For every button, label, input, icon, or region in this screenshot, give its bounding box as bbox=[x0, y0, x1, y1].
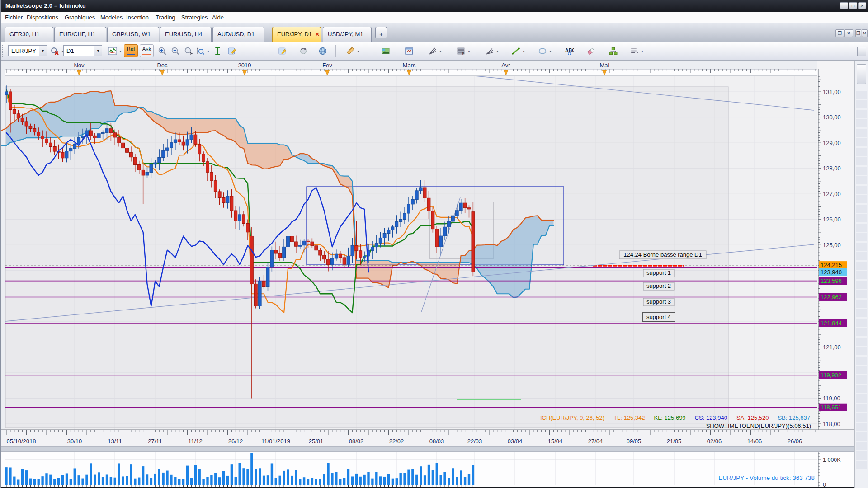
tab-gbp-usd-w1[interactable]: GBP/USD, W1 bbox=[107, 27, 159, 42]
volume-bar bbox=[327, 463, 329, 485]
tab-close-icon[interactable]: ✕ bbox=[315, 31, 320, 38]
zoom-out-icon[interactable] bbox=[170, 45, 181, 57]
volume-bar bbox=[299, 479, 301, 485]
volume-bar bbox=[122, 476, 124, 485]
indicator-tree-icon[interactable] bbox=[607, 45, 619, 57]
annotate-icon[interactable] bbox=[277, 45, 288, 57]
chevron-down-icon[interactable]: ▼ bbox=[522, 50, 525, 53]
showtime-status: SHOWTIMETOEND(EUR/JPY)(5:06:51) bbox=[706, 422, 811, 429]
chevron-down-icon[interactable]: ▼ bbox=[61, 50, 64, 53]
menu-fichier[interactable]: Fichier bbox=[5, 14, 23, 21]
chevron-down-icon[interactable]: ▼ bbox=[641, 50, 644, 53]
toolbar-separator bbox=[335, 45, 336, 57]
chevron-down-icon[interactable]: ▼ bbox=[357, 50, 360, 53]
ruler-icon[interactable] bbox=[344, 45, 356, 57]
price-tick-label: 129,00 bbox=[823, 140, 841, 146]
rays-icon[interactable] bbox=[484, 45, 495, 57]
vertical-scrollbar[interactable] bbox=[854, 61, 868, 488]
volume-bar bbox=[61, 475, 64, 485]
volume-bar bbox=[335, 472, 337, 485]
volume-bar bbox=[210, 475, 212, 485]
date-label: 09/05 bbox=[627, 438, 642, 445]
eraser-icon[interactable] bbox=[585, 45, 597, 57]
trendline-icon[interactable] bbox=[510, 45, 522, 57]
menu-aide[interactable]: Aide bbox=[212, 14, 224, 21]
date-label: 13/11 bbox=[108, 438, 122, 445]
frame-icon[interactable] bbox=[403, 45, 415, 57]
minimize-button[interactable]: – bbox=[840, 2, 848, 9]
interval-marker-icon[interactable] bbox=[212, 45, 224, 57]
tab-aud-usd-d1[interactable]: AUD/USD, D1 bbox=[212, 27, 264, 42]
price-axis[interactable]: 131,00130,00129,00128,00127,00126,00125,… bbox=[817, 61, 854, 446]
volume-bar bbox=[255, 469, 257, 485]
volume-bar bbox=[440, 475, 442, 485]
preview-icon[interactable] bbox=[194, 45, 206, 57]
menu-strategies[interactable]: Strategies bbox=[181, 14, 208, 21]
new-tab-button[interactable]: + bbox=[375, 27, 387, 38]
toolbar-grip[interactable] bbox=[2, 45, 5, 57]
tab-ger30-h1[interactable]: GER30, H1 bbox=[5, 27, 53, 42]
web-icon[interactable] bbox=[317, 45, 329, 57]
volume-bar bbox=[198, 469, 201, 485]
volume-bar bbox=[323, 474, 325, 485]
close-button[interactable]: ✕ bbox=[858, 2, 866, 9]
volume-bar bbox=[347, 469, 349, 485]
fib-levels-icon[interactable]: F bbox=[455, 45, 467, 57]
date-axis[interactable]: 05/10/201830/1013/1127/1111/1226/1211/01… bbox=[1, 430, 868, 446]
chevron-down-icon[interactable]: ▼ bbox=[496, 50, 499, 53]
refresh-icon[interactable] bbox=[297, 45, 309, 57]
date-label: 03/04 bbox=[508, 438, 523, 445]
volume-pane[interactable]: 1 000K0EUR/JPY - Volume du tick: 363 738 bbox=[1, 446, 868, 488]
month-label: Fev bbox=[322, 62, 332, 69]
child-close2-button[interactable]: ✕ bbox=[862, 29, 868, 37]
chevron-down-icon[interactable]: ▼ bbox=[94, 46, 102, 56]
menu-insertion[interactable]: Insertion bbox=[126, 14, 149, 21]
image-icon[interactable] bbox=[380, 45, 392, 57]
tab-eur-jpy-d1[interactable]: EUR/JPY, D1✕ bbox=[272, 27, 321, 42]
zoom-select-icon[interactable] bbox=[183, 45, 194, 57]
month-label: 2019 bbox=[238, 62, 251, 69]
text-label-icon[interactable]: ABC bbox=[563, 45, 575, 57]
maximize-button[interactable]: □ bbox=[849, 2, 857, 9]
tab-eur-usd-h4[interactable]: EUR/USD, H4 bbox=[160, 27, 212, 42]
title-bar[interactable]: Marketscope 2.0 – Ichimoku – □ ✕ bbox=[1, 0, 868, 12]
child-restore-button[interactable]: ❐ bbox=[835, 29, 844, 37]
volume-bar bbox=[13, 477, 15, 485]
symbol-combo[interactable]: EUR/JPY▼ bbox=[8, 45, 47, 56]
bid-button[interactable]: Bid bbox=[124, 44, 138, 57]
chevron-down-icon[interactable]: ▼ bbox=[119, 50, 122, 53]
chart-type-icon[interactable] bbox=[107, 45, 118, 57]
menu-dispositions[interactable]: Dispositions bbox=[27, 14, 58, 21]
volume-bar bbox=[222, 471, 225, 485]
scrollbar-thumb[interactable] bbox=[857, 64, 866, 84]
chevron-down-icon[interactable]: ▼ bbox=[467, 50, 471, 53]
period-combo[interactable]: D1▼ bbox=[63, 45, 102, 56]
chevron-down-icon[interactable]: ▼ bbox=[549, 50, 552, 53]
child-close-button[interactable]: ✕ bbox=[844, 29, 853, 37]
price-tick-label: 119,00 bbox=[823, 395, 840, 402]
volume-bar bbox=[166, 471, 168, 485]
tab-usd-jpy-m1[interactable]: USD/JPY, M1 bbox=[323, 27, 372, 42]
ask-button[interactable]: Ask bbox=[140, 44, 154, 57]
chevron-down-icon[interactable]: ▼ bbox=[439, 50, 442, 53]
child-restore2-button[interactable]: ❐ bbox=[855, 29, 861, 37]
zoom-in-icon[interactable] bbox=[156, 45, 168, 57]
symbol-search-icon[interactable] bbox=[49, 45, 61, 57]
chevron-down-icon[interactable]: ▼ bbox=[39, 46, 47, 56]
chevron-down-icon[interactable]: ▼ bbox=[207, 50, 210, 53]
menu-trading[interactable]: Trading bbox=[156, 14, 175, 21]
menu-modeles[interactable]: Modeles bbox=[100, 14, 123, 21]
list-options-icon[interactable] bbox=[628, 45, 640, 57]
volume-bar bbox=[432, 470, 434, 485]
panel-button[interactable] bbox=[857, 47, 866, 56]
tab-eur-chf-h1[interactable]: EUR/CHF, H1 bbox=[54, 27, 106, 42]
volume-bar bbox=[85, 475, 88, 485]
date-label: 22/03 bbox=[467, 438, 482, 445]
menu-graphiques[interactable]: Graphiques bbox=[65, 14, 95, 21]
price-chart[interactable]: NovDec2019FevMarsAvrMai131,00130,00129,0… bbox=[1, 61, 868, 446]
month-label: Nov bbox=[74, 62, 85, 69]
edit-note-icon[interactable] bbox=[226, 45, 238, 57]
volume-bar bbox=[287, 469, 289, 485]
pitchfork-icon[interactable] bbox=[427, 45, 439, 57]
ellipse-icon[interactable] bbox=[537, 45, 548, 57]
